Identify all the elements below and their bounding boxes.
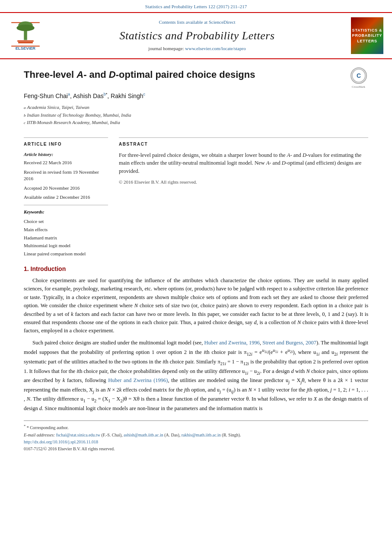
header-center: Contents lists available at ScienceDirec…: [52, 19, 342, 53]
email-rakhi[interactable]: rakhis@math.iitb.ac.in: [182, 433, 221, 437]
homepage-label: journal homepage:: [148, 46, 184, 51]
intro-paragraph-2: Such paired choice designs are studied u…: [24, 339, 368, 413]
svg-text:ELSEVIER: ELSEVIER: [16, 46, 36, 51]
email-ashish[interactable]: ashish@math.iitb.ac.in: [124, 433, 163, 437]
accepted-date: Accepted 20 November 2016: [24, 185, 108, 191]
email-line: E-mail addresses: fschai@stat.sinica.edu…: [24, 432, 368, 439]
ref-street-burgess[interactable]: Street and Burgess, 2007: [262, 340, 316, 346]
keyword-4: Multinomial logit model: [24, 242, 108, 250]
email-addresses[interactable]: fschai@stat.sinica.edu.tw: [56, 433, 100, 437]
svg-rect-6: [18, 42, 33, 43]
intro-paragraph-1: Choice experiments are used for quantify…: [24, 277, 368, 335]
received-date-1: Received 22 March 2016: [24, 159, 108, 166]
article-info-heading: Article Info: [24, 141, 108, 148]
two-column-section: Article Info Article history: Received 2…: [0, 131, 392, 258]
keyword-5: Linear paired comparison model: [24, 250, 108, 258]
article-title-row: Three-level A- and D-optimal paired choi…: [24, 69, 368, 88]
affiliation-a: aAcademia Sinica, Taipei, Taiwan: [24, 104, 368, 111]
journal-title: Statistics and Probability Letters: [52, 28, 342, 44]
crossmark-icon: C: [351, 67, 367, 84]
corresponding-author-note: * * Corresponding author.: [24, 424, 368, 431]
abstract-column: Abstract For three-level paired choice d…: [119, 137, 368, 258]
crossmark: C CrossMark: [349, 69, 368, 88]
svg-text:C: C: [356, 72, 360, 79]
keyword-1: Choice set: [24, 217, 108, 226]
authors: Feng-Shun Chaia, Ashish Dasb*, Rakhi Sin…: [24, 92, 368, 100]
sciencedirect-label: Contents lists available at ScienceDirec…: [52, 19, 342, 26]
doi-line: http://dx.doi.org/10.1016/j.spl.2016.11.…: [24, 439, 368, 446]
svg-rect-5: [17, 41, 34, 42]
affiliation-c: cIITB-Monash Research Academy, Mumbai, I…: [24, 119, 368, 127]
available-date: Available online 2 December 2016: [24, 194, 108, 201]
abstract-text: For three-level paired choice designs, w…: [119, 151, 368, 175]
keyword-3: Hadamard matrix: [24, 234, 108, 242]
ref-huber-zwerina-1[interactable]: Huber and Zwerina, 1996: [204, 340, 260, 346]
top-journal-link: Statistics and Probability Letters 122 (…: [0, 0, 392, 12]
email-label: E-mail addresses:: [24, 433, 55, 437]
keyword-2: Main effects: [24, 226, 108, 234]
crossmark-label: CrossMark: [352, 85, 365, 89]
svg-point-4: [16, 25, 34, 31]
journal-homepage: journal homepage: www.elsevier.com/locat…: [52, 45, 342, 52]
article-title: Three-level A- and D-optimal paired choi…: [24, 69, 342, 81]
ref-huber-zwerina-2[interactable]: Huber and Zwerina (1996): [108, 377, 168, 383]
homepage-url[interactable]: www.elsevier.com/locate/stapro: [185, 46, 245, 51]
intro-heading: 1. Introduction: [24, 264, 368, 273]
received-date-2: Received in revised form 19 November 201…: [24, 169, 108, 182]
intro-section: 1. Introduction Choice experiments are u…: [0, 258, 392, 413]
copyright-text: © 2016 Elsevier B.V. All rights reserved…: [119, 179, 368, 186]
top-journal-text: Statistics and Probability Letters 122 (…: [145, 4, 247, 9]
elsevier-logo: ELSEVIER: [9, 18, 43, 53]
affiliations: aAcademia Sinica, Taipei, Taiwan bIndian…: [24, 104, 368, 127]
corner-label: STATISTICS & PROBABILITY LETTERS: [352, 28, 382, 44]
article-info-column: Article Info Article history: Received 2…: [24, 137, 108, 258]
page: Statistics and Probability Letters 122 (…: [0, 0, 392, 535]
abstract-heading: Abstract: [119, 141, 368, 148]
keywords-label: Keywords:: [24, 205, 108, 216]
article-title-section: Three-level A- and D-optimal paired choi…: [0, 59, 392, 131]
corner-journal-image: STATISTICS & PROBABILITY LETTERS: [351, 17, 383, 54]
keywords-list: Choice set Main effects Hadamard matrix …: [24, 217, 108, 258]
sciencedirect-link-text: ScienceDirect: [209, 19, 236, 25]
header: ELSEVIER Contents lists available at Sci…: [0, 12, 392, 59]
doi-link[interactable]: http://dx.doi.org/10.1016/j.spl.2016.11.…: [24, 439, 98, 444]
affiliation-b: bIndian Institute of Technology Bombay, …: [24, 111, 368, 119]
issn-line: 0167-7152/© 2016 Elsevier B.V. All right…: [24, 446, 368, 452]
footer: * * Corresponding author. E-mail address…: [0, 421, 392, 452]
history-label: Article history:: [24, 151, 108, 158]
